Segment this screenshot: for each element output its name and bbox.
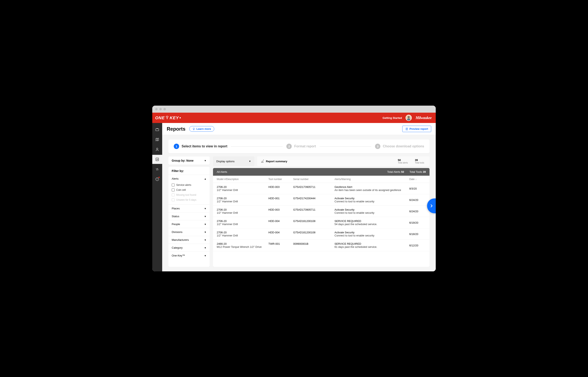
preview-report-label: Preview report xyxy=(409,127,428,130)
screen: ONE KEY Getting Started Milwaukee xyxy=(152,106,436,271)
app-body: Reports Learn more Preview report 1 Sele… xyxy=(152,123,436,271)
nav-reports[interactable] xyxy=(152,155,162,164)
nav-alerts[interactable] xyxy=(152,175,162,184)
step-1[interactable]: 1 Select items to view in report xyxy=(174,144,227,149)
topbar-right: Getting Started Milwaukee xyxy=(383,115,432,121)
browser-chrome xyxy=(152,106,436,113)
table-row[interactable]: 2706-201/2" Hammer DrillHDD-001G75AD1742… xyxy=(213,194,429,206)
step-3-num: 3 xyxy=(375,144,380,149)
filter-opt-coin-cell[interactable]: Coin cell xyxy=(172,188,206,192)
getting-started-link[interactable]: Getting Started xyxy=(383,116,402,119)
filter-panel: Filter by: Alerts ▲ Service alerts Coin … xyxy=(168,167,210,267)
filter-manufacturers-toggle[interactable]: Manufacturers▼ xyxy=(168,236,210,244)
topbar: ONE KEY Getting Started Milwaukee xyxy=(152,113,436,123)
svg-rect-3 xyxy=(407,118,411,120)
left-panel: Group by: None ▼ Filter by: Alerts ▲ xyxy=(168,156,210,267)
document-icon xyxy=(405,128,408,130)
main: Reports Learn more Preview report 1 Sele… xyxy=(162,123,436,271)
caret-down-icon: ▼ xyxy=(204,207,206,210)
caret-down-icon: ▼ xyxy=(204,247,206,249)
report-summary: Report summary 50 Total alerts 39 Total … xyxy=(257,156,429,166)
filter-status-toggle[interactable]: Status▼ xyxy=(168,212,210,220)
checkbox-icon xyxy=(172,199,174,201)
alerts-table: All Alerts Total Alerts 50 Total Tools 3… xyxy=(213,168,429,267)
checkbox-icon xyxy=(172,193,174,196)
stepper: 1 Select items to view in report 2 Forma… xyxy=(168,140,429,153)
group-by-label: Group by: None xyxy=(172,159,194,162)
table-titlebar: All Alerts Total Alerts 50 Total Tools 3… xyxy=(213,168,429,176)
filter-opt-missing-tool: Missing tool found xyxy=(172,192,206,197)
svg-point-2 xyxy=(408,116,410,118)
logo-dot xyxy=(180,117,181,118)
onekey-logo[interactable]: ONE KEY xyxy=(155,116,181,120)
step-3[interactable]: 3 Choose download options xyxy=(375,144,424,149)
filter-alerts-label: Alerts xyxy=(172,177,179,180)
filter-opt-service-alerts[interactable]: Service alerts xyxy=(172,183,206,188)
col-tool[interactable]: Tool number xyxy=(268,178,293,181)
checkbox-icon xyxy=(172,184,174,187)
filter-divisions-toggle[interactable]: Divisions▼ xyxy=(168,228,210,236)
page-title: Reports xyxy=(167,126,185,132)
step-divider xyxy=(320,146,371,147)
col-date[interactable]: Date↓ xyxy=(409,178,426,181)
sort-down-icon: ↓ xyxy=(415,178,416,181)
table-body[interactable]: 2706-201/2" Hammer DrillHDD-003G75AD1739… xyxy=(213,183,429,267)
learn-more-button[interactable]: Learn more xyxy=(189,126,214,132)
filter-onekey-toggle[interactable]: One-Key™▼ xyxy=(168,252,210,259)
traffic-minimize-icon[interactable] xyxy=(159,108,162,110)
caret-up-icon: ▲ xyxy=(204,177,206,180)
filter-category-toggle[interactable]: Category▼ xyxy=(168,244,210,252)
logo-text-right: KEY xyxy=(170,116,179,120)
caret-down-icon: ▼ xyxy=(204,159,206,162)
svg-point-5 xyxy=(157,148,158,149)
nav-people[interactable] xyxy=(152,145,162,154)
logo-text-left: ONE xyxy=(155,116,165,120)
table-row[interactable]: 2466-20M12 Power Torque Wrench 1/2" Driv… xyxy=(213,240,429,251)
filter-people-toggle[interactable]: People▼ xyxy=(168,220,210,228)
display-options-label: Display options xyxy=(216,160,234,163)
table-row[interactable]: 2706-201/2" Hammer DrillHDD-004G75AD1612… xyxy=(213,228,429,240)
caret-down-icon: ▼ xyxy=(204,223,206,225)
page-header: Reports Learn more Preview report xyxy=(162,123,436,135)
display-options-dropdown[interactable]: Display options ▼ xyxy=(213,156,254,166)
caret-down-icon: ▼ xyxy=(204,231,206,233)
step-2-num: 2 xyxy=(286,144,292,149)
table-row[interactable]: 2706-201/2" Hammer DrillHDD-003G75AD1739… xyxy=(213,206,429,217)
caret-down-icon: ▼ xyxy=(249,160,251,163)
table-row[interactable]: 2706-201/2" Hammer DrillHDD-003G75AD1739… xyxy=(213,183,429,194)
col-model[interactable]: Model #/Description xyxy=(217,178,268,181)
chevron-right-icon xyxy=(429,204,434,208)
right-panel: Display options ▼ Report summary xyxy=(213,156,429,267)
step-1-label: Select items to view in report xyxy=(182,144,227,148)
preview-report-button[interactable]: Preview report xyxy=(402,126,431,132)
step-2-label: Format report xyxy=(294,144,316,148)
col-serial[interactable]: Serial number xyxy=(293,178,334,181)
filter-places-toggle[interactable]: Places▼ xyxy=(168,205,210,212)
traffic-maximize-icon[interactable] xyxy=(163,108,166,110)
table-head: Model #/Description Tool number Serial n… xyxy=(213,176,429,183)
table-total-alerts: Total Alerts 50 xyxy=(387,170,404,173)
table-row[interactable]: 2706-201/2" Hammer DrillHDD-004G75AD1612… xyxy=(213,217,429,228)
nav-transfers[interactable] xyxy=(152,165,162,174)
nav-places[interactable] xyxy=(152,135,162,144)
svg-rect-4 xyxy=(156,129,159,131)
side-rail xyxy=(152,123,162,271)
milwaukee-logo[interactable]: Milwaukee xyxy=(415,116,432,120)
table-title: All Alerts xyxy=(217,170,227,173)
filter-opt-unseen: Unseen for 5 days xyxy=(172,197,206,202)
summary-title-label: Report summary xyxy=(266,160,287,163)
avatar[interactable] xyxy=(405,115,412,121)
filter-alerts: Alerts ▲ Service alerts Coin cell Missin… xyxy=(168,175,210,204)
nav-inventory[interactable] xyxy=(152,125,162,134)
summary-total-tools: 39 Total tools xyxy=(413,159,426,164)
learn-more-label: Learn more xyxy=(196,127,211,130)
traffic-close-icon[interactable] xyxy=(155,108,158,110)
group-by-dropdown[interactable]: Group by: None ▼ xyxy=(168,156,210,165)
filter-alerts-toggle[interactable]: Alerts ▲ xyxy=(168,175,210,183)
step-2[interactable]: 2 Format report xyxy=(286,144,316,149)
key-icon xyxy=(165,116,169,120)
caret-down-icon: ▼ xyxy=(204,254,206,257)
device-frame: ONE KEY Getting Started Milwaukee xyxy=(149,103,439,274)
col-alert[interactable]: Alerts/Warning xyxy=(334,178,409,181)
chart-icon xyxy=(261,159,264,163)
